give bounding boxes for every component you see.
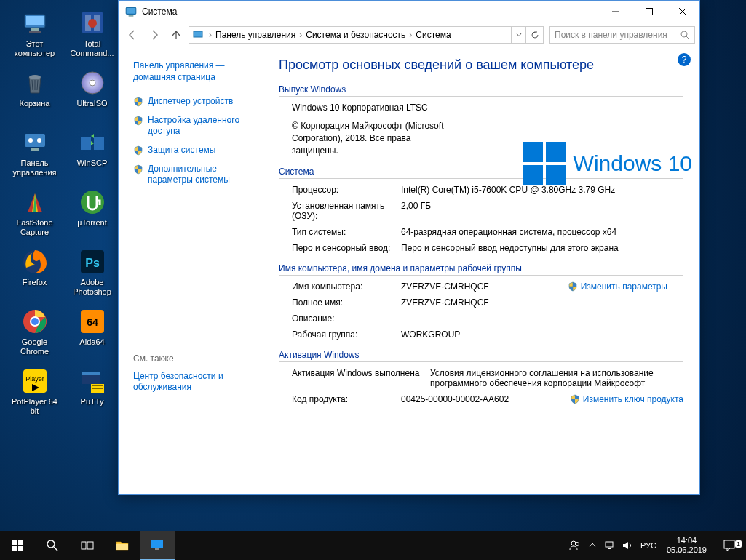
search-button[interactable] (35, 531, 70, 560)
system-taskbar[interactable] (140, 531, 175, 560)
security-center-link[interactable]: Центр безопасности и обслуживания (133, 371, 264, 393)
license-terms-link[interactable]: Условия лицензионного соглашения на испо… (430, 368, 678, 388)
breadcrumb-item[interactable]: Система (414, 30, 452, 40)
svg-point-8 (29, 75, 41, 79)
help-icon[interactable]: ? (678, 53, 691, 66)
sidebar-item-label: Диспетчер устройств (148, 96, 233, 108)
desktop-icon-aida64[interactable]: 64Aida64 (65, 304, 119, 361)
utorrent-icon (78, 188, 107, 217)
desktop-icon-utorrent[interactable]: µTorrent (65, 185, 119, 241)
control-panel-home-link[interactable]: Панель управления — домашняя страница (133, 60, 264, 83)
svg-rect-3 (29, 31, 41, 33)
sidebar-item-1[interactable]: Настройка удаленного доступа (133, 115, 264, 137)
svg-rect-56 (606, 542, 613, 547)
desktop-icons: Этот компьютерTotal Command...КорзинаUlt… (7, 6, 119, 420)
desktop-icon-label: UltraISO (76, 99, 107, 108)
network-icon[interactable] (601, 531, 619, 560)
svg-line-42 (686, 36, 689, 39)
svg-rect-50 (87, 542, 93, 549)
svg-rect-58 (724, 540, 734, 548)
aida64-icon: 64 (78, 307, 107, 336)
pen-value: Перо и сенсорный ввод недоступны для это… (401, 243, 683, 253)
full-name-value: ZVERZVE-CMRHQCF (401, 297, 683, 308)
breadcrumb-item[interactable]: Система и безопасность (304, 30, 407, 40)
svg-rect-17 (31, 148, 39, 151)
desktop-icon-potplayer[interactable]: PlayerPotPlayer 64 bit (7, 364, 62, 420)
search-input[interactable]: Поиск в панели управления (549, 26, 695, 44)
this-pc-icon (20, 9, 49, 38)
tray-chevron-icon[interactable] (584, 531, 601, 560)
shield-icon (568, 281, 578, 292)
total-commander-icon (78, 9, 107, 38)
change-product-key-link[interactable]: Изменить ключ продукта (570, 394, 683, 404)
desktop-icon-label: Adobe Photoshop (65, 278, 119, 296)
breadcrumb-item[interactable]: Панель управления (214, 30, 297, 40)
system-type-label: Тип системы: (292, 227, 401, 237)
desktop-icon-faststone[interactable]: FastStone Capture (7, 185, 62, 241)
svg-rect-19 (94, 137, 104, 150)
activation-status: Активация Windows выполнена (292, 368, 430, 388)
volume-icon[interactable] (619, 531, 636, 560)
sidebar-item-label: Дополнительные параметры системы (148, 164, 264, 186)
svg-text:64: 64 (87, 316, 98, 328)
desktop-icon-putty[interactable]: PuTTy (65, 364, 119, 420)
task-view-button[interactable] (70, 531, 105, 560)
system-type-value: 64-разрядная операционная система, проце… (401, 227, 683, 237)
svg-point-26 (31, 318, 39, 325)
up-button[interactable] (167, 25, 186, 44)
shield-icon (570, 394, 580, 404)
description-value (401, 313, 683, 324)
desktop-icon-winscp[interactable]: WinSCP (65, 125, 119, 182)
address-dropdown[interactable] (511, 27, 525, 43)
window-title: Система (142, 7, 599, 17)
refresh-button[interactable] (525, 27, 543, 43)
svg-rect-51 (116, 544, 128, 550)
page-title: Просмотр основных сведений о вашем компь… (279, 57, 683, 73)
language-indicator[interactable]: РУС (636, 541, 661, 550)
svg-rect-18 (81, 137, 91, 150)
start-button[interactable] (0, 531, 35, 560)
svg-rect-14 (25, 134, 45, 147)
cpu-label: Процессор: (292, 185, 401, 195)
product-id-label: Код продукта: (292, 394, 401, 404)
desktop-icon-control-panel[interactable]: Панель управления (7, 125, 62, 182)
sidebar: Панель управления — домашняя страница Ди… (119, 47, 271, 494)
desktop-icon-label: Aida64 (79, 337, 104, 347)
desktop-icon-chrome[interactable]: Google Chrome (7, 304, 62, 361)
action-center-icon[interactable]: 1 (713, 539, 746, 552)
desktop-icon-firefox[interactable]: Firefox (7, 244, 62, 301)
forward-button[interactable] (145, 25, 164, 44)
desktop-icon-photoshop[interactable]: PsAdobe Photoshop (65, 244, 119, 301)
file-explorer-taskbar[interactable] (105, 531, 140, 560)
minimize-button[interactable] (599, 1, 632, 23)
change-settings-link[interactable]: Изменить параметры (568, 281, 667, 292)
address-bar[interactable]: › Панель управления › Система и безопасн… (189, 26, 544, 44)
svg-rect-43 (12, 540, 17, 545)
shield-icon (133, 164, 143, 175)
desktop-icon-recycle-bin[interactable]: Корзина (7, 65, 62, 122)
people-icon[interactable] (566, 531, 584, 560)
sidebar-item-label: Защита системы (148, 145, 215, 156)
sidebar-item-3[interactable]: Дополнительные параметры системы (133, 164, 264, 186)
svg-rect-49 (82, 542, 86, 549)
taskbar: РУС 14:04 05.06.2019 1 (0, 531, 746, 560)
desktop-icon-ultraiso[interactable]: UltraISO (65, 65, 119, 122)
sidebar-item-0[interactable]: Диспетчер устройств (133, 96, 264, 108)
sidebar-item-2[interactable]: Защита системы (133, 145, 264, 156)
firefox-icon (20, 247, 49, 276)
windows-logo: Windows 10 (523, 142, 692, 185)
back-button[interactable] (123, 25, 142, 44)
clock[interactable]: 14:04 05.06.2019 (661, 536, 713, 555)
desktop-icon-label: Google Chrome (7, 337, 62, 356)
desktop-icon-label: PotPlayer 64 bit (7, 397, 62, 415)
desktop-icon-label: PuTTy (81, 397, 104, 407)
svg-text:Ps: Ps (85, 257, 100, 269)
windows-brand-text: Windows 10 (574, 151, 692, 176)
desktop-icon-this-pc[interactable]: Этот компьютер (7, 6, 62, 63)
svg-point-15 (28, 138, 33, 143)
close-button[interactable] (666, 1, 699, 23)
desktop-icon-total-commander[interactable]: Total Command... (65, 6, 119, 63)
maximize-button[interactable] (632, 1, 666, 23)
desktop-icon-label: FastStone Capture (7, 218, 62, 236)
svg-point-7 (88, 19, 97, 28)
